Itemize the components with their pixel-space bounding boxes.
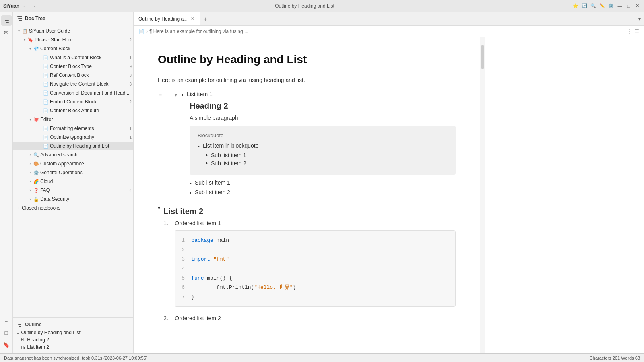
tree-label: Formatting elements (50, 125, 128, 131)
doc-icon: 📄 (43, 72, 49, 78)
tag-icon[interactable]: 🔖 (1, 339, 12, 350)
tree-item-embed-content-block[interactable]: 📄 Embed Content Block 2 (13, 97, 133, 106)
tree-toggle-placeholder (37, 134, 43, 140)
code-line-5: 5 func main() { (182, 274, 449, 283)
outline-ctrl-list-icon[interactable]: ≡ (158, 92, 163, 98)
tree-item-content-block-attribute[interactable]: 📄 Content Block Attribute (13, 106, 133, 115)
tab-add-button[interactable]: + (200, 14, 210, 24)
tree-toggle-placeholder (37, 143, 43, 149)
tab-outline-heading-list[interactable]: Outline by Heading a... ✕ (134, 12, 200, 25)
tree-toggle-placeholder (37, 99, 43, 105)
svg-rect-2 (6, 22, 9, 23)
tab-close-button[interactable]: ✕ (190, 15, 195, 22)
tree-toggle-icon[interactable]: ▾ (27, 117, 33, 122)
heading-2: Heading 2 (190, 101, 456, 111)
tree-item-optimize-typography[interactable]: 📄 Optimize typography 1 (13, 133, 133, 142)
outline-item-0[interactable]: ≡ Outline by Heading and List (13, 329, 133, 336)
lock-icon: 🔒 (33, 196, 39, 202)
outline-ctrl-arrow-icon[interactable]: ▾ (173, 92, 178, 98)
tree-badge: 1 (129, 56, 132, 60)
outline-icon[interactable]: ≡ (1, 315, 12, 326)
breadcrumb-menu-icon[interactable]: ⋮ (627, 29, 632, 34)
outline-item-1[interactable]: H₂ Heading 2 (13, 336, 133, 343)
tree-toggle-placeholder (37, 90, 43, 96)
close-button[interactable]: ✕ (634, 3, 641, 9)
scrollbar-thumb[interactable] (481, 45, 484, 69)
doc-icon: 📄 (43, 107, 49, 114)
sidebar-title: Doc Tree (25, 16, 45, 21)
outline-item-2[interactable]: H₂ List item 2 (13, 343, 133, 351)
star-icon[interactable]: ⭐ (572, 3, 579, 9)
tree-item-siyuan-user-guide[interactable]: ▾ 📋 SiYuan User Guide (13, 27, 133, 35)
tree-item-what-is-content-block[interactable]: 📄 What is a Content Block 1 (13, 53, 133, 62)
tree-item-ref-content-block[interactable]: 📄 Ref Content Block 3 (13, 71, 133, 80)
breadcrumb-more-icon[interactable]: ☰ (635, 29, 639, 34)
tree-item-advanced-search[interactable]: › 🔍 Advanced search (13, 150, 133, 159)
inbox-icon[interactable]: ✉ (1, 27, 12, 38)
tree-item-custom-appearance[interactable]: › 🎨 Custom Appearance (13, 159, 133, 168)
tree-toggle-icon[interactable]: › (27, 187, 33, 193)
outline-item-label: Heading 2 (27, 337, 49, 343)
tree-item-content-block-type[interactable]: 📄 Content Block Type 9 (13, 62, 133, 71)
tree-item-content-block[interactable]: ▾ 💎 Content Block (13, 44, 133, 53)
tree-item-conversion-document[interactable]: 📄 Conversion of Document and Head... (13, 88, 133, 97)
tree-badge: 9 (129, 64, 132, 69)
document-content: Outline by Heading and List Here is an e… (134, 37, 480, 353)
tree-item-outline-heading-list[interactable]: 📄 Outline by Heading and List (13, 142, 133, 150)
nav-back-button[interactable]: ← (22, 3, 28, 9)
ordered-num-1: 1. (163, 220, 173, 226)
edit-icon[interactable]: ✏️ (599, 3, 605, 9)
app-name: SiYuan (3, 3, 19, 9)
tree-toggle-icon[interactable]: › (27, 179, 33, 184)
tree-badge: 3 (129, 73, 132, 78)
block-icon[interactable]: □ (1, 327, 12, 338)
svg-rect-3 (17, 16, 22, 17)
tree-item-formatting-elements[interactable]: 📄 Formatting elements 1 (13, 124, 133, 133)
blockquote-nested-list: • Sub list item 1 • Sub list item 2 (206, 152, 448, 167)
settings-icon[interactable]: ⚙️ (608, 3, 614, 9)
tree-item-navigate-content-block[interactable]: 📄 Navigate the Content Block 3 (13, 80, 133, 88)
gem-icon: 💎 (33, 45, 39, 52)
outline-ctrl-minus-icon[interactable]: — (165, 92, 172, 98)
tree-item-faq[interactable]: › ❓ FAQ 4 (13, 186, 133, 195)
sync-icon[interactable]: 🔄 (581, 3, 588, 9)
tree-badge: 4 (129, 188, 132, 193)
tree-toggle-placeholder (37, 108, 43, 113)
nested-bullet-1: • (206, 152, 208, 158)
outline-prefix: H₂ (21, 345, 25, 350)
svg-rect-6 (17, 323, 22, 323)
minimize-button[interactable]: — (617, 3, 623, 9)
blockquote-box: Blockquote • List item in blockquote • (190, 126, 456, 175)
tree-toggle-icon[interactable]: ▾ (16, 28, 22, 34)
outline-prefix: H₂ (21, 338, 25, 342)
tree-item-general-operations[interactable]: › ⚙️ General Operations (13, 168, 133, 177)
tree-item-please-start-here[interactable]: ▾ 🔖 Please Start Here 2 (13, 35, 133, 44)
tree-item-closed-notebooks[interactable]: › Closed notebooks (13, 204, 133, 212)
titlebar: SiYuan ← → Outline by Heading and List ⭐… (0, 0, 644, 12)
tree-toggle-icon[interactable]: › (27, 152, 33, 158)
outline-item-label: List item 2 (27, 344, 49, 350)
doc-icon: 📄 (43, 63, 49, 70)
nested-item-label-2: Sub list item 2 (211, 160, 246, 167)
tree-label: Embed Content Block (50, 99, 128, 105)
tree-item-cloud[interactable]: › 🌈 Cloud (13, 177, 133, 186)
outline-item-label: Outline by Heading and List (21, 330, 80, 335)
tree-toggle-placeholder (37, 55, 43, 60)
sidebar-tree-icon[interactable] (1, 15, 12, 26)
tree-item-editor[interactable]: ▾ 🐙 Editor (13, 115, 133, 124)
tree-label: Conversion of Document and Head... (50, 90, 132, 96)
tab-dropdown-button[interactable]: ▾ (635, 14, 644, 23)
tree-toggle-icon[interactable]: ▾ (22, 37, 27, 43)
tree-toggle-icon[interactable]: › (16, 205, 22, 211)
outline-panel: Outline ≡ Outline by Heading and List H₂… (13, 317, 133, 353)
tree-toggle-icon[interactable]: › (27, 196, 33, 202)
tree-toggle-icon[interactable]: › (27, 170, 33, 175)
nav-forward-button[interactable]: → (31, 3, 37, 9)
tree-item-data-security[interactable]: › 🔒 Data Security (13, 195, 133, 204)
tree-toggle-icon[interactable]: › (27, 161, 33, 167)
tree-toggle-icon[interactable]: ▾ (27, 46, 33, 51)
search-icon[interactable]: 🔍 (590, 3, 597, 9)
titlebar-right: ⭐ 🔄 🔍 ✏️ ⚙️ — □ ✕ (572, 3, 641, 9)
maximize-button[interactable]: □ (625, 3, 632, 9)
outline-panel-header: Outline (13, 320, 133, 329)
